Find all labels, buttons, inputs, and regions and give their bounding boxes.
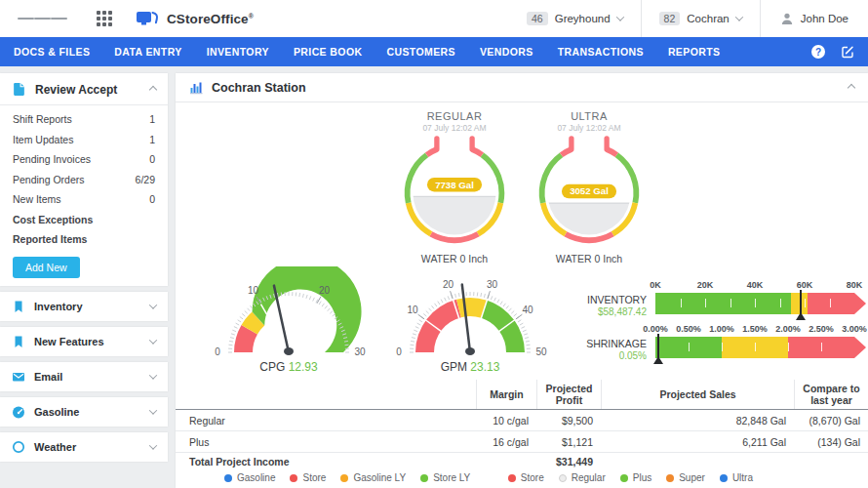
- review-item-new-items[interactable]: New Items0: [0, 189, 168, 210]
- bullet-labels: INVENTORY$58,487.42: [581, 280, 655, 317]
- nav-item-data-entry[interactable]: DATA ENTRY: [114, 46, 181, 58]
- review-accept-header[interactable]: Review Accept: [0, 73, 168, 104]
- axis-tick-label: 80K: [847, 280, 863, 290]
- legend-dot: [508, 474, 516, 482]
- sidebar-section-new-features[interactable]: New Features: [0, 327, 168, 356]
- review-item-label: Pending Orders: [13, 174, 85, 185]
- add-new-button[interactable]: Add New: [13, 257, 80, 278]
- main-navbar: DOCS & FILESDATA ENTRYINVENTORYPRICE BOO…: [0, 37, 868, 66]
- chevron-up-icon[interactable]: [149, 85, 157, 93]
- cstoreoffice-logo[interactable]: CStoreOffice®: [136, 9, 254, 28]
- compose-edit-icon[interactable]: [841, 45, 854, 59]
- row-value: $9,500: [536, 410, 601, 430]
- axis-tick-label: 0K: [650, 280, 661, 290]
- sidebar-section-gasoline[interactable]: Gasoline: [0, 397, 168, 427]
- dial-gauge-svg: 01020304050: [382, 266, 558, 360]
- row-value: 10 c/gal: [476, 410, 536, 430]
- bullet-marker-flag: [653, 356, 663, 364]
- legend-item-gasoline-ly[interactable]: Gasoline LY: [340, 472, 406, 483]
- axis-tick-label: 20K: [697, 280, 714, 290]
- total-value: $31,449: [536, 453, 601, 469]
- table-header-row: MarginProjected ProfitProjected SalesCom…: [176, 380, 868, 410]
- nav-item-reports[interactable]: REPORTS: [668, 46, 721, 58]
- nav-item-vendors[interactable]: VENDORS: [480, 46, 533, 58]
- bullet-minor-tick: [780, 299, 781, 307]
- dial-gauge-svg: 0102030: [201, 266, 376, 360]
- tank-gauge-ultra: ULTRA07 July 12:02 AM3052 GalWATER 0 Inc…: [522, 110, 656, 264]
- bullet-segment: [808, 293, 854, 314]
- total-label: Total Project Income: [176, 453, 476, 469]
- legend-item-super[interactable]: Super: [666, 472, 705, 483]
- chevron-down-icon: [149, 441, 157, 449]
- review-item-shift-reports[interactable]: Shift Reports1: [0, 109, 168, 130]
- legend-dot: [224, 474, 232, 482]
- bullet-minor-tick: [681, 299, 682, 307]
- user-name: John Doe: [801, 13, 848, 24]
- legend-dot: [720, 474, 728, 482]
- spacer: [476, 453, 536, 469]
- sidebar-section-email[interactable]: Email: [0, 362, 168, 391]
- tank-volume-label: 7738 Gal: [435, 180, 474, 190]
- legend-item-store-ly[interactable]: Store LY: [420, 472, 470, 483]
- hamburger-menu-icon[interactable]: [18, 16, 67, 21]
- table-header-cell: Projected Sales: [601, 380, 794, 409]
- review-item-pending-orders[interactable]: Pending Orders6/29: [0, 170, 168, 190]
- bullet-chart-inventory: INVENTORY$58,487.420K20K40K60K80K: [581, 280, 868, 317]
- review-item-item-updates[interactable]: Item Updates1: [0, 130, 168, 150]
- chevron-down-icon: [149, 406, 157, 414]
- chevron-down-icon: [735, 13, 743, 20]
- sidebar: Review Accept Shift Reports1Item Updates…: [0, 73, 168, 488]
- page-body: Review Accept Shift Reports1Item Updates…: [0, 73, 868, 488]
- nav-item-transactions[interactable]: TRANSACTIONS: [558, 46, 644, 58]
- review-item-count: 6/29: [136, 174, 155, 185]
- nav-item-inventory[interactable]: INVENTORY: [207, 46, 269, 58]
- collapse-panel-icon[interactable]: [848, 83, 855, 91]
- legend-item-store[interactable]: Store: [508, 472, 544, 483]
- bullet-minor-tick: [705, 299, 706, 307]
- bullet-marker-flag: [796, 312, 806, 320]
- review-item-count: 1: [149, 113, 155, 125]
- review-item-pending-invoices[interactable]: Pending Invoices0: [0, 149, 168, 170]
- projection-table: MarginProjected ProfitProjected SalesCom…: [176, 380, 868, 469]
- bullet-metric-value: 0.05%: [581, 350, 647, 361]
- sidebar-section-label: New Features: [34, 336, 104, 347]
- nav-item-docs-files[interactable]: DOCS & FILES: [14, 46, 90, 58]
- legend-item-plus[interactable]: Plus: [620, 472, 651, 483]
- review-item-cost-exceptions[interactable]: Cost Exceptions: [0, 210, 168, 230]
- tank-timestamp: 07 July 12:02 AM: [387, 123, 522, 133]
- svg-text:30: 30: [354, 346, 366, 357]
- axis-tick-label: 2.50%: [809, 324, 834, 334]
- nav-item-price-book[interactable]: PRICE BOOK: [294, 46, 363, 58]
- bullet-chart-area: 0K20K40K60K80K: [655, 280, 868, 317]
- bullet-axis-labels: 0K20K40K60K80K: [655, 280, 854, 293]
- station-selector[interactable]: 82 Cochran: [642, 12, 760, 25]
- table-header-cell: Margin: [476, 380, 536, 409]
- legend-label: Regular: [572, 472, 606, 483]
- bullet-chart-shrinkage: SHRINKAGE0.05%0.00%0.50%1.00%1.50%2.00%2…: [581, 324, 868, 361]
- document-icon: [12, 82, 26, 97]
- nav-item-customers[interactable]: CUSTOMERS: [386, 46, 455, 58]
- review-item-reported-items[interactable]: Reported Items: [0, 229, 168, 250]
- table-header-cell: [176, 380, 476, 409]
- spacer: [601, 453, 794, 469]
- cstoreoffice-logo-icon: [136, 9, 160, 28]
- sidebar-section-inventory[interactable]: Inventory: [0, 292, 168, 321]
- bullet-chart-area: 0.00%0.50%1.00%1.50%2.00%2.50%3.00%: [655, 324, 868, 361]
- legend-item-store[interactable]: Store: [290, 472, 326, 483]
- tank-gauge-svg: 7738 Gal: [394, 133, 515, 248]
- bullet-metric-name: INVENTORY: [581, 294, 647, 305]
- user-menu[interactable]: John Doe: [761, 12, 852, 25]
- bullet-arrow-tip: [854, 293, 866, 314]
- company-selector[interactable]: 46 Greyhound: [509, 12, 641, 25]
- table-header-cell: Compare to last year: [794, 380, 868, 409]
- sidebar-section-weather[interactable]: Weather: [0, 432, 168, 462]
- gauges-row: 0102030CPG 12.9301020304050GPM 23.13 INV…: [176, 266, 868, 374]
- apps-grid-icon[interactable]: [97, 11, 112, 26]
- legend-item-ultra[interactable]: Ultra: [720, 472, 753, 483]
- station-name: Cochran: [687, 13, 729, 24]
- legend-item-regular[interactable]: Regular: [559, 472, 606, 483]
- legend-item-gasoline[interactable]: Gasoline: [224, 472, 275, 483]
- help-icon[interactable]: ?: [811, 45, 825, 59]
- dial-gauge-cpg: 0102030CPG 12.93: [201, 266, 376, 374]
- table-row-plus: Plus16 c/gal$1,1216,211 Gal(134) Gal: [176, 431, 868, 453]
